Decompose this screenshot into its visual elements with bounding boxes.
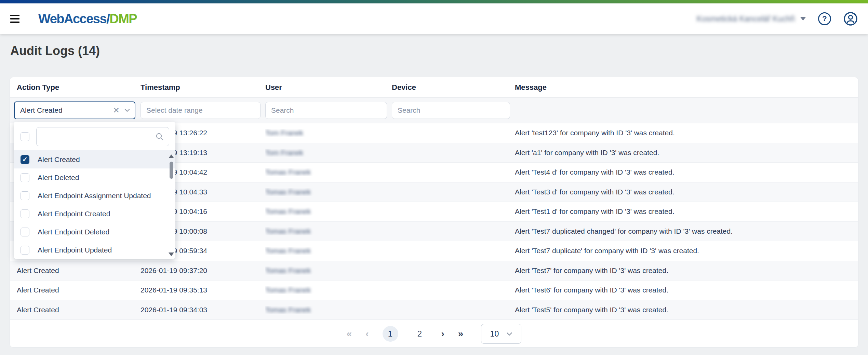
next-page-button[interactable]: › (441, 329, 444, 339)
last-page-button[interactable]: » (458, 329, 464, 339)
clear-filter-icon[interactable]: ✕ (113, 106, 120, 115)
cell-user: Tomas Franek (265, 306, 311, 314)
app-header: WebAccess/DMP Kosmetická Kancelář Kuchři… (0, 3, 868, 34)
cell-message: Alert 'Test5' for company with ID '3' wa… (515, 306, 858, 314)
cell-message: Alert 'Test7' for company with ID '3' wa… (515, 267, 858, 275)
cell-user: Tomas Franek (265, 247, 311, 255)
account-icon[interactable] (843, 12, 858, 26)
cell-message: Alert 'Test6' for company with ID '3' wa… (515, 286, 858, 294)
select-all-checkbox[interactable] (21, 132, 29, 141)
cell-user: Tomas Franek (265, 168, 311, 176)
action-type-filter-value: Alert Created (20, 106, 113, 114)
cell-user: Tom Franek (265, 149, 303, 156)
cell-action: Alert Created (17, 267, 141, 275)
cell-message: Alert 'Test7 duplicate' for company with… (515, 247, 858, 255)
cell-user: Tomas Franek (265, 286, 311, 294)
device-filter-input[interactable] (392, 102, 510, 119)
company-name-blurred: Kosmetická Kancelář Kuchři (696, 14, 795, 24)
page-title: Audit Logs (14) (10, 44, 100, 58)
logo-text-webaccess: WebAccess/ (38, 12, 109, 26)
pagination: « ‹ 1 2 › » 10 (10, 320, 858, 347)
cell-message: Alert 'a1' for company with ID '3' was c… (515, 149, 858, 157)
scroll-up-icon[interactable] (169, 154, 174, 158)
option-label: Alert Deleted (38, 174, 79, 182)
cell-message: Alert 'Test7 duplicated changed' for com… (515, 227, 858, 235)
column-header-device: Device (392, 83, 515, 92)
first-page-button[interactable]: « (347, 329, 352, 339)
cell-user: Tomas Franek (265, 188, 311, 196)
cell-message: Alert 'Test3 d' for company with ID '3' … (515, 188, 858, 196)
cell-user: Tomas Franek (265, 267, 311, 274)
option-label: Alert Created (38, 155, 80, 164)
scrollbar-thumb[interactable] (170, 162, 173, 179)
page-size-select[interactable]: 10 (481, 324, 521, 344)
logo-text-dmp: DMP (109, 12, 137, 26)
option-checkbox[interactable] (21, 173, 29, 182)
dropdown-option[interactable]: Alert Deleted (14, 168, 175, 187)
option-checkbox[interactable] (21, 246, 29, 255)
help-icon[interactable]: ? (818, 12, 831, 25)
column-header-message: Message (515, 83, 858, 92)
column-header-user: User (265, 83, 392, 92)
cell-user: Tom Franek (265, 129, 303, 137)
page-button-2[interactable]: 2 (412, 326, 428, 342)
column-header-timestamp: Timestamp (141, 83, 265, 92)
dropdown-options-list: ✓ Alert Created Alert Deleted Alert Endp… (14, 150, 175, 259)
option-label: Alert Endpoint Updated (38, 246, 112, 254)
option-checkbox[interactable] (21, 209, 29, 218)
cell-message: Alert 'test123' for company with ID '3' … (515, 129, 858, 137)
option-checkbox[interactable]: ✓ (21, 155, 29, 164)
scroll-down-icon[interactable] (169, 252, 174, 256)
column-header-action-type: Action Type (17, 83, 141, 92)
previous-page-button[interactable]: ‹ (365, 329, 369, 339)
dropdown-option[interactable]: Alert Endpoint Created (14, 205, 175, 223)
chevron-down-icon (506, 332, 512, 336)
app-logo: WebAccess/DMP (38, 12, 137, 26)
company-selector[interactable]: Kosmetická Kancelář Kuchři (696, 14, 806, 24)
option-label: Alert Endpoint Assignment Updated (38, 192, 151, 200)
table-row[interactable]: Alert Created 2026-01-19 09:35:13 Tomas … (10, 281, 858, 300)
search-icon (155, 132, 164, 141)
table-filter-row: Alert Created ✕ (10, 98, 858, 123)
option-checkbox[interactable] (21, 191, 29, 200)
dropdown-option[interactable]: ✓ Alert Created (14, 150, 175, 168)
dropdown-option[interactable]: Alert Endpoint Deleted (14, 223, 175, 241)
action-type-filter-select[interactable]: Alert Created ✕ (14, 101, 135, 119)
chevron-down-icon[interactable] (124, 109, 130, 112)
chevron-down-icon (800, 17, 806, 21)
dropdown-search-field[interactable] (36, 127, 169, 146)
option-checkbox[interactable] (21, 228, 29, 236)
dropdown-option[interactable]: Alert Endpoint Assignment Updated (14, 187, 175, 205)
action-type-dropdown-panel: ✓ Alert Created Alert Deleted Alert Endp… (14, 122, 175, 259)
option-label: Alert Endpoint Deleted (38, 228, 109, 236)
table-header-row: Action Type Timestamp User Device Messag… (10, 77, 858, 98)
top-gradient-bar (0, 0, 868, 3)
dropdown-scrollbar[interactable] (169, 154, 174, 257)
dropdown-option[interactable]: Alert Endpoint Updated (14, 241, 175, 259)
cell-timestamp: 2026-01-19 09:35:13 (141, 286, 265, 294)
cell-timestamp: 2026-01-19 09:34:03 (141, 306, 265, 314)
cell-user: Tomas Franek (265, 207, 311, 215)
table-row[interactable]: Alert Created 2026-01-19 09:34:03 Tomas … (10, 300, 858, 320)
timestamp-filter-input[interactable] (141, 102, 261, 119)
cell-user: Tomas Franek (265, 227, 311, 235)
dropdown-search-input[interactable] (42, 133, 155, 141)
page-button-1[interactable]: 1 (383, 326, 398, 342)
cell-action: Alert Created (17, 306, 141, 314)
cell-timestamp: 2026-01-19 09:37:20 (141, 267, 265, 275)
page-size-value: 10 (490, 329, 499, 339)
cell-action: Alert Created (17, 286, 141, 294)
option-label: Alert Endpoint Created (38, 210, 110, 218)
cell-message: Alert 'Test1 d' for company with ID '3' … (515, 207, 858, 216)
hamburger-menu-icon[interactable] (10, 12, 24, 26)
table-row[interactable]: Alert Created 2026-01-19 09:37:20 Tomas … (10, 261, 858, 281)
user-filter-input[interactable] (265, 102, 387, 119)
cell-message: Alert 'Test4 d' for company with ID '3' … (515, 168, 858, 176)
